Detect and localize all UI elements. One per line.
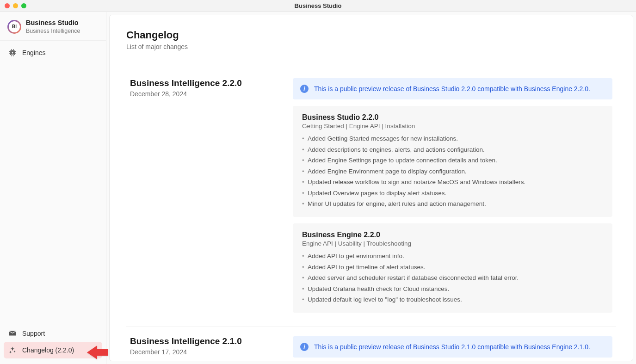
release-body: iThis is a public preview release of Bus…: [293, 78, 612, 313]
release-date: December 28, 2024: [130, 90, 278, 98]
info-callout: iThis is a public preview release of Bus…: [293, 336, 612, 358]
changelog-card: Business Studio 2.2.0Getting Started | E…: [293, 106, 612, 217]
changelog-item: Updated default log level to "log" to tr…: [301, 294, 604, 305]
sidebar-header: BI Business Studio Business Intelligence: [0, 12, 106, 41]
svg-rect-0: [11, 51, 15, 55]
sidebar-item-support[interactable]: Support: [4, 325, 102, 342]
info-callout: iThis is a public preview release of Bus…: [293, 78, 612, 99]
window-title: Business Studio: [295, 2, 342, 9]
mail-icon: [8, 329, 17, 338]
card-tags: Engine API | Usability | Troubleshooting: [302, 240, 603, 247]
changelog-item: Added Engine Settings page to update con…: [301, 155, 604, 166]
changelog-item: Minor UI updates for engine, alert rules…: [301, 198, 604, 210]
info-text: This is a public preview release of Busi…: [314, 85, 590, 93]
release-title: Business Intelligence 2.1.0: [130, 336, 278, 346]
release-meta: Business Intelligence 2.2.0December 28, …: [130, 78, 278, 313]
sidebar-item-label: Support: [22, 330, 45, 337]
app-name: Business Studio: [26, 19, 80, 27]
page-title: Changelog: [126, 29, 616, 41]
card-tags: Getting Started | Engine API | Installat…: [302, 123, 603, 130]
page-subtitle: List of major changes: [126, 43, 616, 50]
content-wrapper: Changelog List of major changes Business…: [106, 12, 636, 364]
maximize-window-button[interactable]: [21, 3, 26, 8]
info-icon: i: [300, 343, 309, 351]
sidebar: BI Business Studio Business Intelligence…: [0, 12, 106, 364]
release-list: Business Intelligence 2.2.0December 28, …: [126, 69, 616, 361]
changelog-item: Added Engine Environment page to display…: [301, 166, 604, 177]
release-section: Business Intelligence 2.1.0December 17, …: [126, 327, 616, 361]
minimize-window-button[interactable]: [13, 3, 18, 8]
svg-rect-1: [12, 52, 14, 54]
changelog-card: Business Engine 2.2.0Engine API | Usabil…: [293, 223, 612, 313]
app-logo-text: BI: [9, 21, 20, 32]
app-subtitle: Business Intelligence: [26, 27, 80, 35]
window-controls: [5, 3, 26, 8]
changelog-item: Updated Overview pages to display alert …: [301, 188, 604, 199]
info-text: This is a public preview release of Busi…: [314, 343, 590, 351]
app-window: Business Studio BI Business Studio Busin…: [0, 0, 636, 364]
release-date: December 17, 2024: [130, 348, 278, 356]
changelog-item: Added Getting Started messages for new i…: [301, 133, 604, 144]
cpu-icon: [8, 49, 17, 57]
changelog-list: Added Getting Started messages for new i…: [301, 133, 604, 210]
sidebar-item-label: Engines: [22, 49, 46, 56]
card-header: Business Engine 2.2.0Engine API | Usabil…: [301, 231, 604, 247]
changelog-item: Added API to get timeline of alert statu…: [301, 262, 604, 273]
changelog-list: Added API to get environment info.Added …: [301, 251, 604, 305]
release-title: Business Intelligence 2.2.0: [130, 78, 278, 88]
release-meta: Business Intelligence 2.1.0December 17, …: [130, 336, 278, 361]
sidebar-item-engines[interactable]: Engines: [4, 44, 102, 61]
release-body: iThis is a public preview release of Bus…: [293, 336, 612, 361]
sidebar-item-label: Changelog (2.2.0): [22, 346, 74, 354]
card-header: Business Studio 2.2.0Getting Started | E…: [301, 113, 604, 130]
app-logo-icon: BI: [7, 20, 21, 34]
card-title: Business Studio 2.2.0: [302, 113, 603, 122]
changelog-item: Added API to get environment info.: [301, 251, 604, 262]
changelog-item: Updated Grafana health check for Cloud i…: [301, 284, 604, 295]
changelog-item: Added server and scheduler restart if da…: [301, 272, 604, 284]
annotation-arrow-icon: [87, 345, 108, 361]
card-title: Business Engine 2.2.0: [302, 231, 603, 239]
content-scroll[interactable]: Changelog List of major changes Business…: [109, 15, 633, 361]
close-window-button[interactable]: [5, 3, 10, 8]
titlebar: Business Studio: [0, 0, 636, 12]
release-section: Business Intelligence 2.2.0December 28, …: [126, 69, 616, 327]
page-header: Changelog List of major changes: [126, 29, 616, 50]
sidebar-nav-top: Engines: [0, 41, 106, 322]
changelog-item: Updated release workflow to sign and not…: [301, 177, 604, 188]
info-icon: i: [300, 85, 309, 93]
sparkle-icon: [8, 346, 17, 354]
changelog-item: Added descriptions to engines, alerts, a…: [301, 144, 604, 155]
